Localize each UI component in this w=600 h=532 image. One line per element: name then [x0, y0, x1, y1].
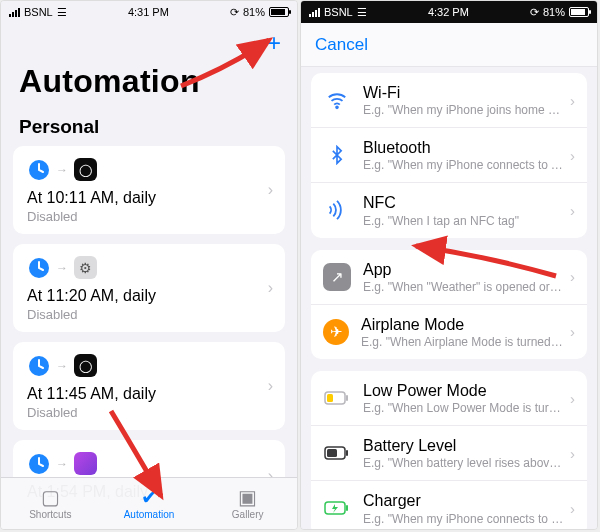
- trigger-group-app: ↗ AppE.g. "When "Weather" is opened or c…: [311, 250, 587, 359]
- chevron-right-icon: ›: [570, 323, 575, 340]
- settings-icon: ⚙: [74, 256, 97, 279]
- svg-point-4: [336, 107, 338, 109]
- chevron-right-icon: ›: [570, 92, 575, 109]
- status-bar: BSNL ☰ 4:31 PM ⟳ 81%: [1, 1, 297, 23]
- battery-pct: 81%: [243, 6, 265, 18]
- trigger-label: Bluetooth: [363, 138, 564, 157]
- trigger-sub: E.g. "When my iPhone connects to AirPods…: [363, 158, 564, 172]
- automation-time: At 11:20 AM, daily: [27, 287, 271, 305]
- arrow-right-icon: →: [56, 261, 68, 275]
- battery-level-icon: [323, 439, 351, 467]
- trigger-label: Charger: [363, 491, 564, 510]
- nfc-icon: [323, 196, 351, 224]
- automation-status: Disabled: [27, 405, 271, 420]
- chevron-right-icon: ›: [570, 445, 575, 462]
- tab-label: Automation: [124, 509, 175, 520]
- chevron-right-icon: ›: [570, 202, 575, 219]
- automation-card[interactable]: → ◯ At 11:45 AM, daily Disabled ›: [13, 342, 285, 430]
- chevron-right-icon: ›: [268, 279, 273, 297]
- tab-automation[interactable]: ✔︎ Automation: [100, 478, 199, 529]
- trigger-label: Wi-Fi: [363, 83, 564, 102]
- signal-bars-icon: [9, 8, 20, 17]
- arrow-right-icon: →: [56, 457, 68, 471]
- tab-gallery[interactable]: ▣ Gallery: [198, 478, 297, 529]
- clock-icon: [27, 354, 50, 377]
- trigger-sub: E.g. "When Airplane Mode is turned on": [361, 335, 564, 349]
- svg-rect-6: [346, 395, 348, 401]
- section-personal: Personal: [1, 110, 297, 146]
- chevron-right-icon: ›: [268, 181, 273, 199]
- arrow-right-icon: →: [56, 163, 68, 177]
- automation-card[interactable]: → ◯ At 10:11 AM, daily Disabled ›: [13, 146, 285, 234]
- trigger-sub: E.g. "When my iPhone joins home Wi-Fi": [363, 103, 564, 117]
- trigger-battery-level[interactable]: Battery LevelE.g. "When battery level ri…: [311, 425, 587, 480]
- trigger-nfc[interactable]: NFCE.g. "When I tap an NFC tag" ›: [311, 182, 587, 237]
- app-shortcut-icon: ◯: [74, 354, 97, 377]
- clock-icon: [27, 256, 50, 279]
- clock-icon: [27, 452, 50, 475]
- trigger-bluetooth[interactable]: BluetoothE.g. "When my iPhone connects t…: [311, 127, 587, 182]
- chevron-right-icon: ›: [570, 390, 575, 407]
- trigger-airplane[interactable]: ✈ Airplane ModeE.g. "When Airplane Mode …: [311, 304, 587, 359]
- trigger-sub: E.g. "When battery level rises above 50%…: [363, 456, 564, 470]
- screenshot-right: BSNL ☰ 4:32 PM ⟳ 81% Cancel Wi-FiE.g. "W…: [300, 0, 598, 530]
- tab-shortcuts[interactable]: ▢ Shortcuts: [1, 478, 100, 529]
- arrow-right-icon: →: [56, 359, 68, 373]
- chevron-right-icon: ›: [570, 147, 575, 164]
- trigger-charger[interactable]: ChargerE.g. "When my iPhone connects to …: [311, 480, 587, 529]
- modal-header: Cancel: [301, 23, 597, 67]
- clock-icon: [27, 158, 50, 181]
- cancel-button[interactable]: Cancel: [315, 35, 368, 55]
- automation-time: At 11:45 AM, daily: [27, 385, 271, 403]
- gallery-tab-icon: ▣: [238, 487, 257, 507]
- airplane-icon: ✈: [323, 319, 349, 345]
- trigger-label: NFC: [363, 193, 564, 212]
- chevron-right-icon: ›: [570, 268, 575, 285]
- tab-label: Shortcuts: [29, 509, 71, 520]
- trigger-low-power[interactable]: Low Power ModeE.g. "When Low Power Mode …: [311, 371, 587, 425]
- automation-time: At 10:11 AM, daily: [27, 189, 271, 207]
- svg-rect-12: [346, 505, 348, 511]
- trigger-label: App: [363, 260, 564, 279]
- status-time: 4:32 PM: [428, 6, 469, 18]
- trigger-label: Low Power Mode: [363, 381, 564, 400]
- tab-label: Gallery: [232, 509, 264, 520]
- shortcuts-app-icon: [74, 452, 97, 475]
- battery-pct: 81%: [543, 6, 565, 18]
- automation-card[interactable]: → ⚙ At 11:20 AM, daily Disabled ›: [13, 244, 285, 332]
- trigger-label: Battery Level: [363, 436, 564, 455]
- trigger-sub: E.g. "When my iPhone connects to power": [363, 512, 564, 526]
- signal-bars-icon: [309, 8, 320, 17]
- add-automation-button[interactable]: +: [267, 31, 281, 55]
- automation-status: Disabled: [27, 209, 271, 224]
- trigger-group-power: Low Power ModeE.g. "When Low Power Mode …: [311, 371, 587, 529]
- screenshot-left: BSNL ☰ 4:31 PM ⟳ 81% + Automation Person…: [0, 0, 298, 530]
- low-power-icon: [323, 384, 351, 412]
- carrier-label: BSNL: [324, 6, 353, 18]
- charger-icon: [323, 494, 351, 522]
- battery-icon: [269, 7, 289, 17]
- automation-status: Disabled: [27, 307, 271, 322]
- trigger-wifi[interactable]: Wi-FiE.g. "When my iPhone joins home Wi-…: [311, 73, 587, 127]
- app-shortcut-icon: ◯: [74, 158, 97, 181]
- tab-bar: ▢ Shortcuts ✔︎ Automation ▣ Gallery: [1, 477, 297, 529]
- trigger-label: Airplane Mode: [361, 315, 564, 334]
- trigger-sub: E.g. "When Low Power Mode is turned off": [363, 401, 564, 415]
- chevron-right-icon: ›: [570, 500, 575, 517]
- app-icon: ↗: [323, 263, 351, 291]
- status-bar: BSNL ☰ 4:32 PM ⟳ 81%: [301, 1, 597, 23]
- trigger-group-network: Wi-FiE.g. "When my iPhone joins home Wi-…: [311, 73, 587, 238]
- page-title: Automation: [1, 63, 297, 110]
- svg-rect-10: [327, 449, 337, 457]
- svg-rect-9: [346, 450, 348, 456]
- carrier-label: BSNL: [24, 6, 53, 18]
- svg-rect-7: [327, 394, 333, 402]
- chevron-right-icon: ›: [268, 377, 273, 395]
- trigger-app[interactable]: ↗ AppE.g. "When "Weather" is opened or c…: [311, 250, 587, 304]
- automation-tab-icon: ✔︎: [141, 487, 158, 507]
- battery-icon: [569, 7, 589, 17]
- bluetooth-icon: [323, 141, 351, 169]
- trigger-sub: E.g. "When I tap an NFC tag": [363, 214, 564, 228]
- shortcuts-tab-icon: ▢: [41, 487, 60, 507]
- status-time: 4:31 PM: [128, 6, 169, 18]
